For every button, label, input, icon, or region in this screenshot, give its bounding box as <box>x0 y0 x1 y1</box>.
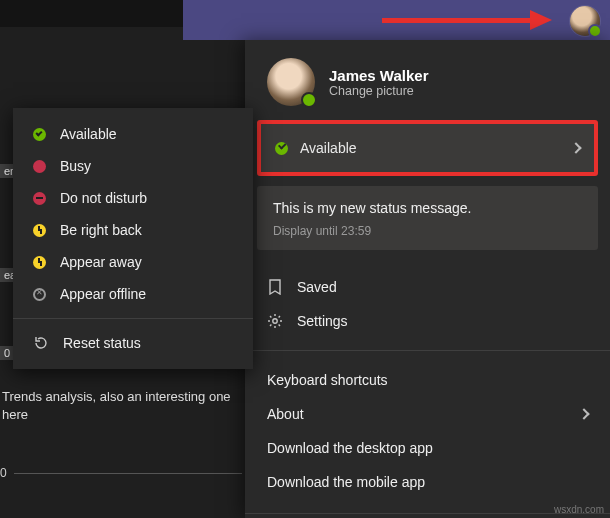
status-reset[interactable]: Reset status <box>13 327 253 359</box>
profile-name: James Walker <box>329 67 429 84</box>
status-option-label: Do not disturb <box>60 190 147 206</box>
menu-section-primary: Saved Settings <box>245 264 610 344</box>
presence-busy-icon <box>33 160 46 173</box>
profile-avatar-button[interactable] <box>570 6 600 36</box>
menu-download-mobile-label: Download the mobile app <box>267 474 425 490</box>
change-picture-link[interactable]: Change picture <box>329 84 429 98</box>
title-bar <box>0 0 610 40</box>
gear-icon <box>267 313 283 329</box>
reset-icon <box>33 335 49 351</box>
menu-saved-label: Saved <box>297 279 337 295</box>
status-message-box[interactable]: This is my new status message. Display u… <box>257 186 598 250</box>
status-option-away[interactable]: Appear away <box>13 246 253 278</box>
titlebar-left-dark <box>0 0 183 27</box>
status-option-label: Appear offline <box>60 286 146 302</box>
background-axis-line <box>14 473 242 474</box>
presence-away-icon <box>33 256 46 269</box>
background-axis-zero: 0 <box>0 466 7 480</box>
annotation-arrow <box>382 14 552 26</box>
menu-keyboard-shortcuts-label: Keyboard shortcuts <box>267 372 388 388</box>
status-option-dnd[interactable]: Do not disturb <box>13 182 253 214</box>
svg-point-0 <box>273 319 277 323</box>
presence-offline-icon <box>33 288 46 301</box>
status-message-expiry: Display until 23:59 <box>273 224 582 238</box>
menu-keyboard-shortcuts[interactable]: Keyboard shortcuts <box>245 363 610 397</box>
menu-download-mobile[interactable]: Download the mobile app <box>245 465 610 499</box>
status-option-label: Available <box>60 126 117 142</box>
status-message-text: This is my new status message. <box>273 200 582 216</box>
profile-menu-panel: James Walker Change picture Available Th… <box>245 40 610 518</box>
bookmark-icon <box>267 279 283 295</box>
chevron-right-icon <box>570 142 581 153</box>
status-option-label: Be right back <box>60 222 142 238</box>
status-option-label: Busy <box>60 158 91 174</box>
status-option-offline[interactable]: Appear offline <box>13 278 253 310</box>
menu-saved[interactable]: Saved <box>245 270 610 304</box>
status-option-label: Appear away <box>60 254 142 270</box>
menu-settings-label: Settings <box>297 313 348 329</box>
background-content: en ea 0 <box>0 160 14 364</box>
status-submenu: Available Busy Do not disturb Be right b… <box>13 108 253 369</box>
menu-download-desktop-label: Download the desktop app <box>267 440 433 456</box>
status-option-brb[interactable]: Be right back <box>13 214 253 246</box>
menu-settings[interactable]: Settings <box>245 304 610 338</box>
menu-divider <box>245 350 610 351</box>
status-option-busy[interactable]: Busy <box>13 150 253 182</box>
presence-available-icon <box>33 128 46 141</box>
current-status-label: Available <box>300 140 357 156</box>
status-selector[interactable]: Available <box>257 120 598 176</box>
chevron-right-icon <box>578 408 589 419</box>
status-reset-label: Reset status <box>63 335 141 351</box>
status-option-available[interactable]: Available <box>13 118 253 150</box>
menu-about[interactable]: About <box>245 397 610 431</box>
menu-section-secondary: Keyboard shortcuts About Download the de… <box>245 357 610 505</box>
presence-brb-icon <box>33 224 46 237</box>
watermark: wsxdn.com <box>554 504 604 515</box>
background-paragraph: Trends analysis, also an interesting one… <box>2 388 242 423</box>
submenu-divider <box>13 318 253 319</box>
menu-download-desktop[interactable]: Download the desktop app <box>245 431 610 465</box>
presence-dnd-icon <box>33 192 46 205</box>
profile-avatar[interactable] <box>267 58 315 106</box>
menu-about-label: About <box>267 406 304 422</box>
presence-available-icon <box>275 142 288 155</box>
profile-header: James Walker Change picture <box>245 40 610 120</box>
